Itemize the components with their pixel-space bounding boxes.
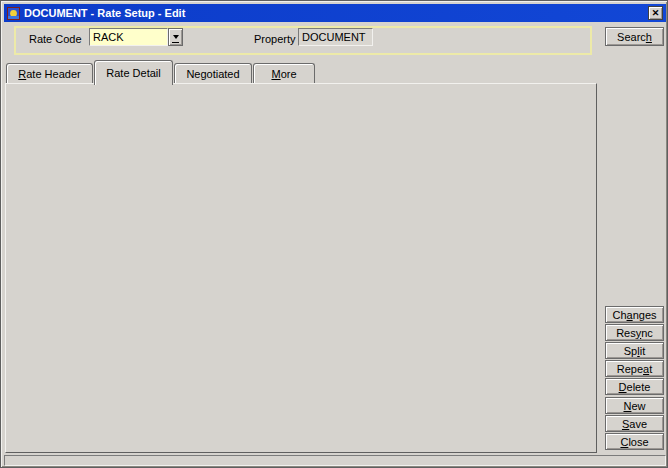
tab-rate-detail[interactable]: Rate Detail	[94, 60, 173, 85]
rate-code-input[interactable]	[89, 28, 168, 46]
new-button[interactable]: New	[605, 397, 664, 414]
rate-setup-window: DOCUMENT - Rate Setup - Edit ✕ Rate Code…	[0, 0, 668, 468]
rate-code-dropdown-icon[interactable]	[168, 28, 183, 46]
delete-button[interactable]: Delete	[605, 378, 664, 395]
chevron-bar	[172, 42, 179, 43]
tab-more[interactable]: More	[253, 63, 315, 83]
property-input[interactable]	[298, 28, 373, 46]
tab-negotiated[interactable]: Negotiated	[174, 63, 252, 83]
tab-rate-header[interactable]: Rate Header	[6, 63, 93, 83]
rate-code-label: Rate Code	[29, 33, 82, 46]
close-icon[interactable]: ✕	[648, 6, 663, 20]
status-bar	[4, 455, 666, 466]
resync-button[interactable]: Resync	[605, 324, 664, 341]
split-button[interactable]: Split	[605, 342, 664, 359]
app-icon	[7, 7, 20, 20]
chevron-down-icon	[173, 35, 179, 42]
search-button[interactable]: Search	[605, 27, 664, 46]
title-bar: DOCUMENT - Rate Setup - Edit ✕	[4, 4, 666, 22]
close-button[interactable]: Close	[605, 433, 664, 450]
property-label: Property	[254, 33, 296, 46]
rate-detail-panel	[5, 83, 597, 453]
window-title: DOCUMENT - Rate Setup - Edit	[24, 7, 185, 19]
save-button[interactable]: Save	[605, 415, 664, 432]
repeat-button[interactable]: Repeat	[605, 360, 664, 377]
changes-button[interactable]: Changes	[605, 306, 664, 323]
